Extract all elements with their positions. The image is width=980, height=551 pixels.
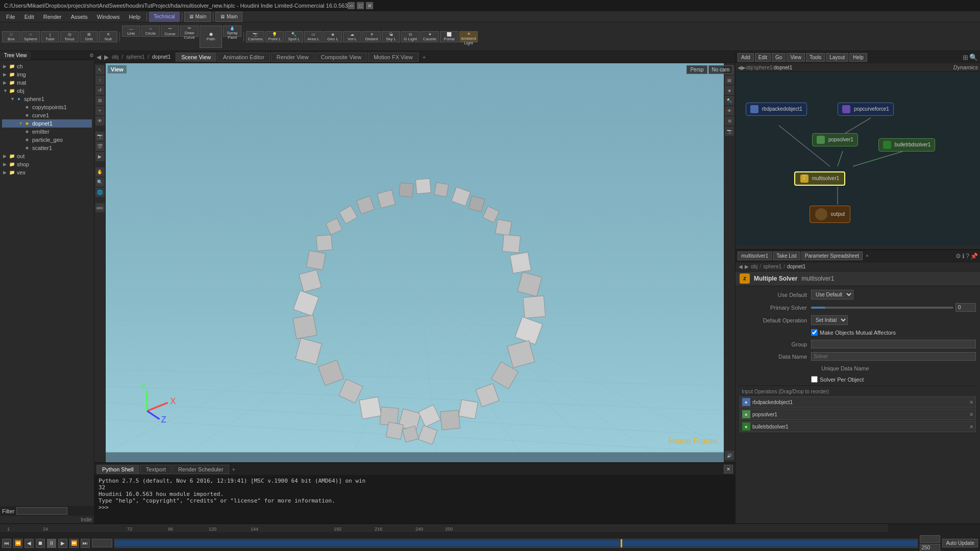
param-use-default-select[interactable]: Use Default: [811, 290, 853, 299]
tree-item-out[interactable]: ▶ 📁 out: [2, 152, 92, 160]
tool-pan[interactable]: ✋: [95, 167, 105, 177]
tree-item-ch[interactable]: ▶ 📁 ch: [2, 62, 92, 70]
param-default-operation-select[interactable]: Set Initial: [811, 315, 848, 325]
vp-tool-5[interactable]: 👁: [725, 106, 734, 115]
params-forward[interactable]: ▶: [745, 264, 749, 269]
shelf-geolight[interactable]: ◈Geo L: [324, 31, 342, 42]
tree-item-mat[interactable]: ▶ 📁 mat: [2, 79, 92, 87]
input-op-popsolver1-remove[interactable]: ✕: [969, 412, 973, 417]
main-desk-btn-2[interactable]: 🖥 Main: [215, 12, 242, 22]
param-make-mutual-checkbox[interactable]: [811, 329, 818, 336]
shelf-ambientlight[interactable]: ☀Ambient Light: [459, 31, 478, 42]
node-ed-back[interactable]: ◀: [738, 65, 742, 70]
frame-range-end-input[interactable]: 250: [920, 535, 940, 543]
tool-render[interactable]: 🎬: [95, 142, 105, 151]
tool-transform[interactable]: ↕: [95, 76, 105, 85]
shelf-camera[interactable]: 📷Camera: [246, 31, 264, 42]
params-help[interactable]: ?: [966, 253, 969, 260]
tab-render-scheduler[interactable]: Render Scheduler: [173, 465, 229, 474]
shelf-volumelight[interactable]: ☁Vol L: [343, 31, 361, 42]
tool-playback[interactable]: ▶: [95, 152, 105, 161]
btn-end[interactable]: ⏭: [81, 539, 90, 548]
menu-edit[interactable]: Edit: [20, 13, 38, 21]
shelf-line[interactable]: —Line: [122, 26, 140, 37]
node-bulletrbdsolver1[interactable]: bulletrbdsolver1: [878, 138, 935, 152]
technical-btn[interactable]: Technical: [149, 12, 180, 22]
input-op-bulletrbdsolver1-remove[interactable]: ✕: [969, 424, 973, 430]
frame-range-end-input-2[interactable]: [920, 544, 940, 552]
vp-tool-4[interactable]: 🔦: [725, 96, 734, 105]
tool-scale[interactable]: ⊞: [95, 96, 105, 105]
frame-input[interactable]: 169: [92, 539, 112, 547]
shelf-grid[interactable]: ⊞Grid: [80, 31, 98, 42]
filter-input[interactable]: [16, 507, 67, 515]
node-ed-tools[interactable]: Tools: [806, 53, 825, 62]
vp-tool-3[interactable]: ◈: [725, 86, 734, 95]
tab-add-btn[interactable]: +: [420, 53, 429, 61]
node-ed-help[interactable]: Help: [849, 53, 867, 62]
btn-next-frame[interactable]: ▶: [58, 539, 67, 548]
tab-python-shell[interactable]: Python Shell: [96, 465, 139, 474]
btn-stop[interactable]: ⏹: [36, 539, 45, 548]
nocam-dropdown[interactable]: No cam: [708, 65, 733, 74]
tree-item-copytopoints1[interactable]: ■ copytopoints1: [2, 103, 92, 111]
tool-select[interactable]: ↖: [95, 65, 105, 74]
node-multisolver1[interactable]: Z multisolver1: [794, 171, 845, 186]
menu-assets[interactable]: Assets: [67, 13, 92, 21]
params-back[interactable]: ◀: [739, 264, 743, 269]
tab-animation-editor[interactable]: Animation Editor: [217, 53, 270, 62]
shelf-pointlight[interactable]: 💡Point L: [265, 31, 284, 42]
tree-item-vex[interactable]: ▶ 📁 vex: [2, 168, 92, 177]
shelf-null[interactable]: ✕Null: [99, 31, 117, 42]
terminal-close[interactable]: ✕: [724, 465, 733, 473]
tool-zoom[interactable]: 🔍: [95, 178, 105, 187]
shelf-circle[interactable]: ○Circle: [141, 26, 160, 37]
input-op-rbdpackedobject1[interactable]: ■ rbdpackedobject1 ✕: [740, 396, 976, 408]
params-tab-multisolver1[interactable]: multisolver1: [738, 252, 772, 260]
shelf-causticlight[interactable]: ✦Caustic: [421, 31, 439, 42]
menu-help[interactable]: Help: [125, 13, 144, 21]
node-ed-view[interactable]: View: [787, 53, 805, 62]
params-tab-takelist[interactable]: Take List: [773, 252, 800, 260]
node-ed-icons[interactable]: ⊞: [963, 54, 968, 61]
node-ed-path-dopnet1[interactable]: dopnet1: [774, 65, 792, 70]
tree-item-emitter[interactable]: ■ emitter: [2, 128, 92, 136]
node-ed-layout[interactable]: Layout: [826, 53, 848, 62]
shelf-arealight[interactable]: ▭Area L: [304, 31, 323, 42]
btn-auto-update[interactable]: Auto Update: [942, 539, 978, 547]
timeline-track[interactable]: [114, 539, 918, 548]
shelf-spotlight[interactable]: 🔦Spot L: [285, 31, 303, 42]
node-editor-canvas[interactable]: rbdpackedobject1 popcurveforce1 popsolve…: [736, 72, 980, 245]
tab-composite-view[interactable]: Composite View: [315, 53, 367, 62]
tree-item-shop[interactable]: ▶ 📁 shop: [2, 160, 92, 168]
viewport-nav-forward[interactable]: ▶: [104, 54, 109, 61]
vp-tool-7[interactable]: 📷: [725, 127, 734, 136]
tab-scene-view[interactable]: Scene View: [176, 53, 216, 62]
tree-item-particle_geo[interactable]: ■ particle_geo: [2, 136, 92, 144]
node-popsolver1[interactable]: popsolver1: [812, 133, 858, 146]
shelf-spraypaint[interactable]: 💧Spray Paint: [223, 26, 241, 37]
node-ed-forward[interactable]: ▶: [742, 65, 746, 70]
tool-rotate[interactable]: ↺: [95, 86, 105, 95]
viewport-path-obj[interactable]: obj: [112, 54, 118, 60]
btn-next-key[interactable]: ⏩: [69, 539, 79, 548]
main-desk-btn[interactable]: 🖥 Main: [184, 12, 211, 22]
shelf-drawcurve[interactable]: ✏Draw Curve: [180, 26, 199, 37]
input-op-rbdpackedobject1-remove[interactable]: ✕: [969, 399, 973, 405]
params-tab-spreadsheet[interactable]: Parameter Spreadsheet: [801, 252, 863, 260]
tree-item-curve1[interactable]: ■ curve1: [2, 111, 92, 119]
maximize-button[interactable]: □: [357, 2, 364, 9]
viewport-path-dopnet1[interactable]: dopnet1: [152, 54, 170, 60]
shelf-path[interactable]: ⬢Path: [200, 26, 222, 48]
menu-file[interactable]: File: [2, 13, 19, 21]
menu-windows[interactable]: Windows: [93, 13, 124, 21]
minimize-button[interactable]: ─: [348, 2, 355, 9]
param-primary-solver-input[interactable]: [955, 303, 976, 312]
node-ed-go[interactable]: Go: [772, 53, 786, 62]
shelf-skylight[interactable]: 🌤Sky L: [382, 31, 400, 42]
terminal-content[interactable]: Python 2.7.5 (default, Nov 6 2016, 12:19…: [94, 475, 735, 523]
sidebar-options-btn[interactable]: ⚙: [89, 51, 94, 60]
params-path-obj[interactable]: obj: [751, 264, 757, 269]
node-output[interactable]: output: [810, 206, 850, 223]
params-info[interactable]: ℹ: [962, 253, 965, 260]
